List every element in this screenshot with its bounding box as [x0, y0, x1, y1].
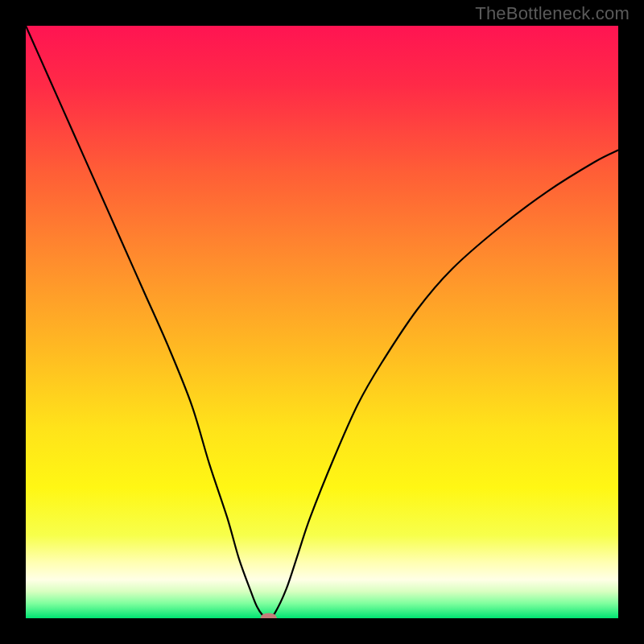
watermark-text: TheBottleneck.com — [475, 3, 630, 24]
bottleneck-chart — [26, 26, 618, 618]
gradient-background — [26, 26, 618, 618]
plot-area — [26, 26, 618, 618]
chart-frame: TheBottleneck.com — [0, 0, 644, 644]
